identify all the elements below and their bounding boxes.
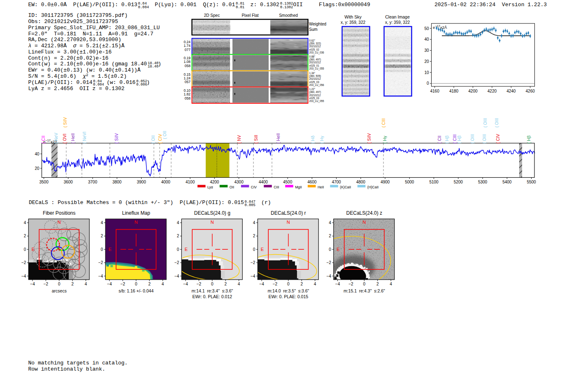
svg-text:{ SiIV: { SiIV — [367, 133, 372, 144]
svg-text:{ Hβ: { Hβ — [527, 135, 531, 144]
svg-text:203_LU_036: 203_LU_036 — [309, 51, 325, 54]
svg-text:2: 2 — [329, 234, 331, 238]
svg-text:4400: 4400 — [259, 180, 268, 184]
svg-text:2: 2 — [253, 234, 255, 238]
svg-text:Weighted: Weighted — [309, 22, 326, 26]
svg-text:−4: −4 — [107, 282, 112, 286]
svg-text:057: 057 — [185, 80, 190, 84]
svg-text:203_LU_055: 203_LU_055 — [309, 100, 325, 103]
svg-text:4100: 4100 — [186, 180, 195, 184]
svg-text:077: 077 — [185, 48, 190, 52]
svg-text:4: 4 — [238, 282, 240, 286]
svg-text:5400: 5400 — [502, 180, 512, 184]
svg-text:2: 2 — [177, 234, 179, 238]
svg-text:3900: 3900 — [137, 180, 146, 184]
svg-text:{ NeVI: { NeVI — [82, 132, 87, 144]
svg-text:−4: −4 — [98, 274, 103, 278]
svg-text:{ Hβ: { Hβ — [457, 135, 462, 144]
svg-text:4000: 4000 — [161, 180, 171, 184]
svg-text:4240: 4240 — [506, 89, 516, 93]
svg-text:( CIII: ( CIII — [381, 118, 386, 128]
svg-text:−4: −4 — [183, 282, 188, 286]
svg-text:4220: 4220 — [488, 89, 497, 93]
svg-text:3700: 3700 — [88, 180, 98, 184]
svg-text:058: 058 — [185, 64, 190, 68]
svg-text:N: N — [58, 220, 61, 225]
svg-text:{ SiII: { SiII — [254, 135, 258, 144]
svg-text:10: 10 — [424, 70, 429, 75]
svg-text:4: 4 — [101, 220, 103, 225]
svg-text:40: 40 — [424, 37, 429, 42]
svg-text:s/b: 1.16 +/- 0.044: s/b: 1.16 +/- 0.044 — [118, 288, 153, 293]
svg-text:20: 20 — [424, 59, 429, 64]
svg-text:{ CIII: { CIII — [453, 135, 457, 144]
svg-text:EWr: 0. PLAE: 0.015: EWr: 0. PLAE: 0.015 — [268, 294, 308, 299]
svg-text:2: 2 — [148, 282, 151, 286]
svg-text:N: N — [135, 220, 138, 225]
svg-text:Pixel Flat: Pixel Flat — [242, 13, 258, 18]
svg-text:1.34": 1.34" — [309, 72, 316, 74]
svg-text:(H)CaII: (H)CaII — [367, 185, 379, 189]
svg-text:Lineflux Map: Lineflux Map — [122, 210, 150, 216]
svg-text:4800: 4800 — [356, 180, 366, 184]
svg-text:2: 2 — [101, 234, 103, 238]
svg-text:2: 2 — [24, 234, 26, 238]
svg-text:−2: −2 — [44, 282, 49, 286]
svg-text:{ NV: { NV — [237, 135, 242, 144]
svg-text:( OII: ( OII — [163, 131, 167, 139]
svg-text:DECaLS(24.0) z: DECaLS(24.0) z — [346, 210, 382, 216]
svg-text:4260: 4260 — [526, 89, 535, 93]
svg-text:2: 2 — [300, 282, 303, 286]
svg-text:2D Spec: 2D Spec — [204, 13, 220, 18]
svg-text:4: 4 — [177, 220, 179, 225]
svg-text:0: 0 — [177, 247, 179, 252]
svg-text:4: 4 — [314, 282, 316, 286]
svg-text:m:14.1 re:3.4" s:3.6": m:14.1 re:3.4" s:3.6" — [191, 288, 233, 293]
svg-text:−2: −2 — [251, 260, 255, 265]
svg-text:20210212: 20210212 — [309, 94, 321, 97]
svg-text:−2: −2 — [21, 260, 26, 265]
svg-text:0.62": 0.62" — [309, 39, 316, 42]
svg-text:20210212: 20210212 — [309, 61, 321, 64]
svg-text:{ HeII: { HeII — [276, 133, 281, 144]
svg-text:0: 0 — [253, 247, 255, 252]
svg-text:0: 0 — [329, 247, 331, 252]
svg-text:0: 0 — [58, 282, 60, 286]
svg-text:N: N — [362, 220, 366, 225]
svg-text:m:14.0 re:3.5" s:3.6": m:14.0 re:3.5" s:3.6" — [267, 288, 309, 293]
svg-text:5000: 5000 — [405, 180, 414, 184]
svg-text:0: 0 — [363, 282, 366, 286]
svg-text:5500: 5500 — [527, 180, 536, 184]
svg-text:−2: −2 — [98, 260, 103, 265]
svg-text:058: 058 — [185, 96, 190, 100]
svg-text:−4: −4 — [326, 274, 331, 278]
svg-text:e−17x2Å: e−17x2Å — [433, 24, 447, 30]
svg-text:3600: 3600 — [64, 180, 73, 184]
svg-text:4: 4 — [85, 282, 87, 286]
svg-text:3800: 3800 — [112, 180, 122, 184]
svg-text:0: 0 — [135, 282, 137, 286]
svg-text:CIV: CIV — [251, 185, 257, 189]
svg-text:−2: −2 — [197, 282, 202, 286]
svg-text:−4: −4 — [259, 282, 264, 286]
svg-text:E: E — [32, 247, 35, 252]
svg-text:OII: OII — [230, 185, 234, 189]
svg-text:20210212: 20210212 — [309, 45, 321, 48]
svg-text:20210212: 20210212 — [309, 77, 321, 80]
svg-text:0: 0 — [101, 247, 103, 252]
svg-text:−2: −2 — [326, 260, 331, 265]
svg-text:DECaLS(24.0) g: DECaLS(24.0) g — [194, 210, 230, 216]
svg-text:40: 40 — [35, 152, 39, 156]
svg-text:With Sky: With Sky — [344, 14, 362, 19]
svg-text:4700: 4700 — [332, 180, 341, 184]
svg-text:arcsecs: arcsecs — [52, 288, 67, 293]
svg-text:{ OIII: { OIII — [482, 134, 487, 144]
svg-text:Smoothed: Smoothed — [279, 13, 298, 18]
svg-text:−4: −4 — [251, 274, 255, 278]
svg-text:4200: 4200 — [468, 89, 478, 93]
svg-text:203_LU_055: 203_LU_055 — [309, 67, 325, 70]
svg-text:30: 30 — [424, 48, 429, 53]
svg-text:0: 0 — [287, 282, 290, 286]
svg-text:( OIII: ( OIII — [495, 118, 499, 128]
svg-text:E: E — [337, 247, 339, 252]
